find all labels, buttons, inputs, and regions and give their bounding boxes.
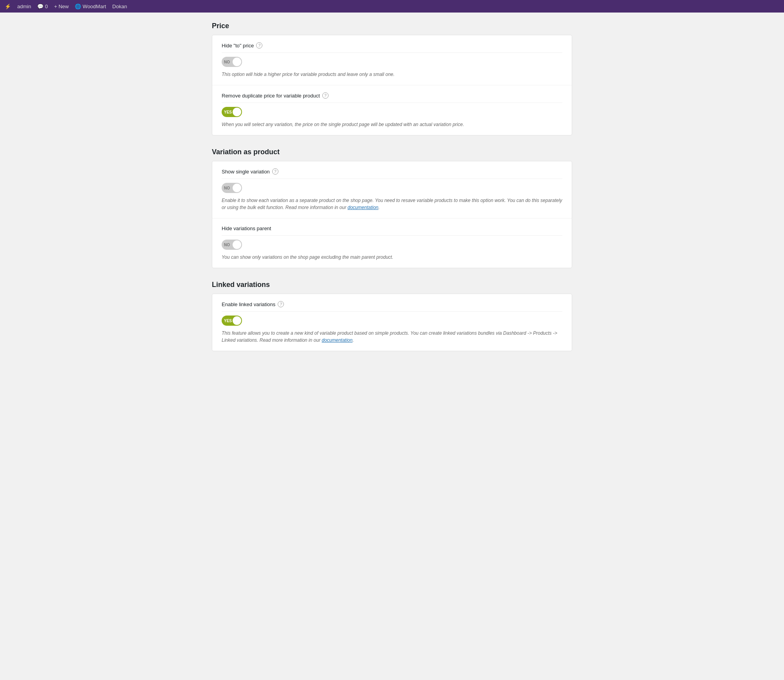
remove-duplicate-price-label: Remove duplicate price for variable prod…	[222, 93, 320, 99]
show-single-variation-doc-link[interactable]: documentation	[348, 205, 379, 210]
remove-duplicate-price-header: Remove duplicate price for variable prod…	[222, 92, 562, 103]
hide-to-price-toggle-knob	[233, 58, 241, 66]
remove-duplicate-price-toggle[interactable]: YES	[222, 107, 242, 117]
show-single-variation-toggle-knob	[233, 184, 241, 192]
remove-duplicate-price-help-icon[interactable]: ?	[322, 92, 329, 99]
hide-variations-parent-label: Hide variations parent	[222, 225, 271, 231]
enable-linked-variations-label: Enable linked variations	[222, 301, 275, 307]
admin-bar-woodmart[interactable]: 🌐 WoodMart	[75, 4, 106, 9]
hide-to-price-toggle[interactable]: NO	[222, 57, 242, 67]
main-content: Price Hide "to" price ? NO This option w…	[204, 13, 580, 379]
show-single-variation-header: Show single variation ?	[222, 168, 562, 179]
show-single-variation-help-icon[interactable]: ?	[272, 168, 278, 175]
remove-duplicate-price-toggle-label: YES	[224, 110, 232, 114]
admin-bar-logo: ⚡	[5, 4, 11, 9]
enable-linked-variations-help-icon[interactable]: ?	[278, 301, 284, 307]
enable-linked-variations-desc-text: This feature allows you to create a new …	[222, 330, 557, 343]
linked-variations-title: Linked variations	[212, 281, 572, 289]
enable-linked-variations-toggle[interactable]: YES	[222, 316, 242, 326]
remove-duplicate-price-row: Remove duplicate price for variable prod…	[212, 85, 572, 135]
hide-variations-parent-header: Hide variations parent	[222, 225, 562, 236]
hide-to-price-header: Hide "to" price ?	[222, 42, 562, 53]
hide-to-price-row: Hide "to" price ? NO This option will hi…	[212, 35, 572, 85]
admin-bar: ⚡ admin 💬 0 + New 🌐 WoodMart Dokan	[0, 0, 784, 13]
show-single-variation-description: Enable it to show each variation as a se…	[222, 197, 562, 211]
show-single-variation-label: Show single variation	[222, 169, 270, 175]
price-section-title: Price	[212, 22, 572, 30]
show-single-variation-desc-suffix: .	[378, 205, 379, 210]
show-single-variation-toggle-container: NO	[222, 183, 562, 193]
price-section: Price Hide "to" price ? NO This option w…	[212, 22, 572, 135]
hide-variations-parent-toggle[interactable]: NO	[222, 240, 242, 250]
admin-bar-new[interactable]: + New	[54, 4, 69, 9]
variation-as-product-section: Variation as product Show single variati…	[212, 148, 572, 268]
admin-bar-dokan[interactable]: Dokan	[112, 4, 127, 9]
enable-linked-variations-header: Enable linked variations ?	[222, 301, 562, 312]
variation-as-product-title: Variation as product	[212, 148, 572, 156]
enable-linked-variations-row: Enable linked variations ? YES This feat…	[212, 294, 572, 351]
hide-variations-parent-toggle-container: NO	[222, 240, 562, 250]
remove-duplicate-price-toggle-knob	[233, 108, 241, 116]
show-single-variation-row: Show single variation ? NO Enable it to …	[212, 161, 572, 218]
enable-linked-variations-doc-link[interactable]: documentation	[322, 337, 352, 343]
variation-as-product-card: Show single variation ? NO Enable it to …	[212, 161, 572, 268]
linked-variations-section: Linked variations Enable linked variatio…	[212, 281, 572, 351]
remove-duplicate-price-description: When you will select any variation, the …	[222, 121, 562, 128]
admin-bar-user: admin	[17, 4, 31, 9]
price-card: Hide "to" price ? NO This option will hi…	[212, 35, 572, 135]
hide-to-price-toggle-container: NO	[222, 57, 562, 67]
hide-variations-parent-toggle-knob	[233, 240, 241, 249]
hide-variations-parent-description: You can show only variations on the shop…	[222, 254, 562, 261]
hide-to-price-toggle-label: NO	[224, 60, 230, 64]
enable-linked-variations-toggle-container: YES	[222, 316, 562, 326]
enable-linked-variations-description: This feature allows you to create a new …	[222, 330, 562, 344]
hide-to-price-description: This option will hide a higher price for…	[222, 71, 562, 78]
hide-variations-parent-row: Hide variations parent NO You can show o…	[212, 218, 572, 268]
hide-to-price-label: Hide "to" price	[222, 43, 254, 49]
linked-variations-card: Enable linked variations ? YES This feat…	[212, 294, 572, 351]
admin-bar-comments: 💬 0	[37, 4, 48, 9]
hide-variations-parent-toggle-label: NO	[224, 243, 230, 247]
show-single-variation-toggle[interactable]: NO	[222, 183, 242, 193]
remove-duplicate-price-toggle-container: YES	[222, 107, 562, 117]
show-single-variation-toggle-label: NO	[224, 186, 230, 190]
hide-to-price-help-icon[interactable]: ?	[256, 42, 262, 49]
enable-linked-variations-toggle-label: YES	[224, 319, 232, 323]
enable-linked-variations-toggle-knob	[233, 316, 241, 325]
enable-linked-variations-desc-suffix: .	[352, 337, 354, 343]
show-single-variation-desc-text: Enable it to show each variation as a se…	[222, 198, 562, 210]
